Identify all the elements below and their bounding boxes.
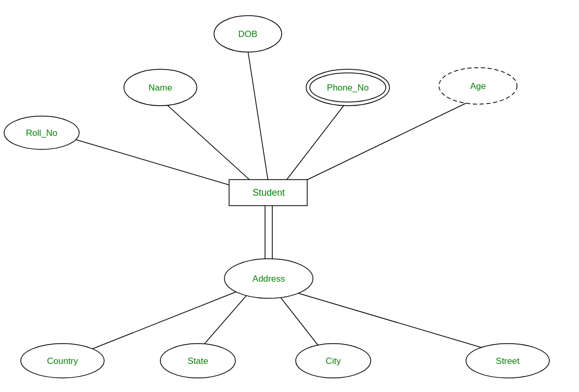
svg-line-4 — [297, 99, 475, 185]
dob-label: DOB — [238, 29, 258, 39]
phone-no-label: Phone_No — [327, 83, 369, 93]
student-label: Student — [253, 187, 285, 198]
country-label: Country — [47, 356, 78, 366]
svg-line-9 — [276, 292, 323, 351]
roll-no-label: Roll_No — [26, 128, 57, 138]
svg-line-8 — [198, 292, 250, 351]
state-label: State — [187, 356, 208, 366]
address-label: Address — [253, 274, 285, 284]
street-label: Street — [496, 356, 520, 366]
svg-line-7 — [86, 290, 240, 351]
age-label: Age — [470, 81, 486, 91]
svg-line-0 — [248, 50, 269, 185]
svg-line-1 — [160, 99, 255, 185]
svg-line-2 — [75, 140, 255, 193]
svg-line-3 — [283, 99, 349, 185]
svg-line-10 — [289, 290, 495, 351]
city-label: City — [325, 356, 341, 366]
name-label: Name — [148, 83, 172, 93]
